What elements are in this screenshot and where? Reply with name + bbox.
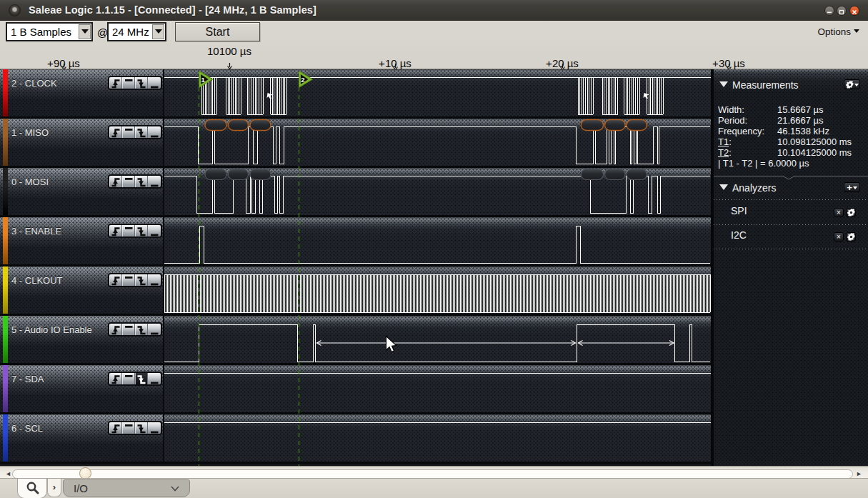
- svg-text:1: 1: [201, 76, 206, 84]
- svg-text:2: 2: [301, 76, 304, 84]
